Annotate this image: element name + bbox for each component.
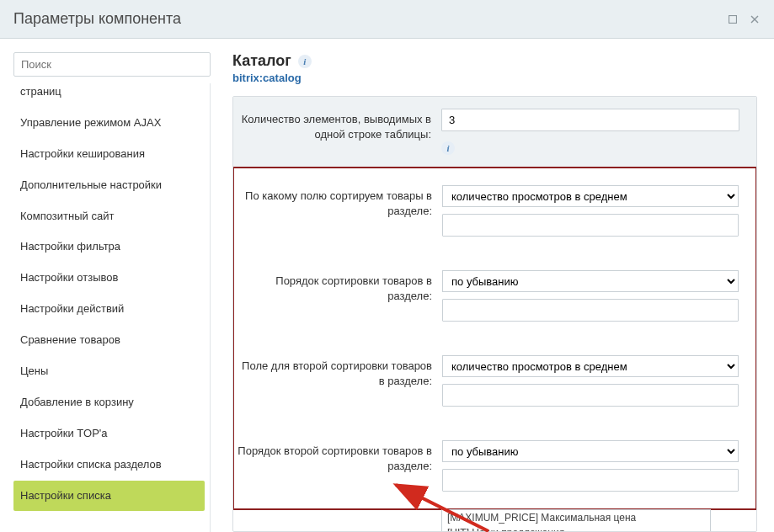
row-count-label: Количество элементов, выводимых в одной … [233,109,431,142]
titlebar-controls [727,13,761,25]
row-sort-order2-label: Порядок второй сортировки товаров в разд… [234,440,432,474]
maximize-icon[interactable] [727,13,739,25]
svg-rect-0 [729,15,737,23]
row-count: Количество элементов, выводимых в одной … [233,97,756,168]
count-input[interactable] [441,109,739,131]
titlebar: Параметры компонента [0,0,774,39]
row-sort-field: По какому полю сортируем товары в раздел… [234,168,755,253]
highlighted-sort-group: По какому полю сортируем товары в раздел… [233,167,756,510]
sidebar-item[interactable]: Сравнение товаров [13,325,205,356]
window-title: Параметры компонента [13,10,181,28]
sidebar-item[interactable]: Настройки фильтра [13,231,205,263]
form-scroll[interactable]: Количество элементов, выводимых в одной … [233,97,756,531]
sort-field-select[interactable]: количество просмотров в среднем [442,185,739,207]
sidebar-item[interactable]: Настройки списка [13,481,205,512]
row-sort-order2: Порядок второй сортировки товаров в разд… [234,423,755,508]
sidebar-item[interactable]: Настройки отзывов [13,263,205,294]
sidebar-item[interactable]: Дополнительные настройки [13,170,205,201]
form-area: Количество элементов, выводимых в одной … [232,96,757,532]
sidebar-item[interactable]: Настройки кеширования [13,139,205,170]
info-icon[interactable]: i [441,141,455,155]
sidebar-item[interactable]: Настройки действий [13,294,205,325]
component-header: Каталог i bitrix:catalog [232,52,757,84]
sort-field-extra-input[interactable] [442,214,739,237]
sort-field2-select[interactable]: количество просмотров в среднем [442,355,739,377]
row-sort-field-label: По какому полю сортируем товары в раздел… [234,185,432,219]
row-sort-field2-label: Поле для второй сортировки товаров в раз… [234,355,432,389]
sort-order-extra-input[interactable] [442,299,739,322]
row-sort-order-label: Порядок сортировки товаров в разделе: [234,270,432,304]
sort-field2-extra-input[interactable] [442,384,739,407]
row-sort-order: Порядок сортировки товаров в разделе: по… [234,253,755,338]
sort-order2-extra-input[interactable] [442,469,739,492]
sidebar-item[interactable]: Цены [13,356,205,387]
sidebar-item[interactable]: Композитный сайт [13,201,205,232]
sidebar-item[interactable]: Управление режимом AJAX [13,108,205,139]
info-icon[interactable]: i [298,55,312,68]
close-icon[interactable] [749,13,761,25]
component-code: bitrix:catalog [232,72,757,84]
sidebar: страницУправление режимом AJAXНастройки … [0,39,219,532]
sidebar-nav[interactable]: страницУправление режимом AJAXНастройки … [13,83,210,532]
main-panel: Каталог i bitrix:catalog Количество элем… [219,39,774,532]
list-item[interactable]: [MAXIMUM_PRICE] Максимальная цена [442,510,710,525]
sort-order-select[interactable]: по убыванию [442,270,739,292]
field-list-select[interactable]: [MAXIMUM_PRICE] Максимальная цена[HIT] Н… [441,509,711,531]
sidebar-item[interactable]: Настройки TOP'а [13,418,205,450]
list-item[interactable]: [HIT] Наши предложения [442,525,710,531]
row-sort-field2: Поле для второй сортировки товаров в раз… [234,338,755,423]
search-input[interactable] [21,58,203,71]
sidebar-item[interactable]: Настройки списка разделов [13,450,205,481]
search-box[interactable] [13,52,211,77]
sort-order2-select[interactable]: по убыванию [442,440,739,462]
component-title: Каталог [232,52,291,70]
row-listbox: [MAXIMUM_PRICE] Максимальная цена[HIT] Н… [233,509,756,531]
sidebar-item[interactable]: страниц [13,83,205,108]
sidebar-item[interactable]: Добавление в корзину [13,387,205,418]
